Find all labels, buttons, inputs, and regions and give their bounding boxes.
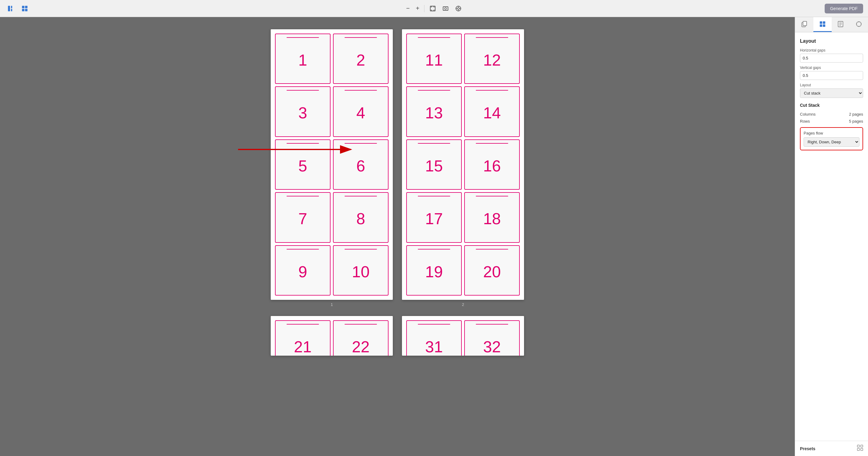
rows-row: Rows 5 pages — [800, 118, 863, 125]
svg-rect-3 — [22, 6, 24, 8]
svg-point-11 — [458, 8, 459, 9]
zoom-in-btn[interactable]: + — [413, 3, 422, 14]
card-18: 18 — [464, 192, 520, 242]
svg-rect-0 — [8, 6, 10, 11]
card-8: 8 — [333, 192, 389, 242]
svg-rect-20 — [823, 21, 825, 24]
card-9: 9 — [275, 245, 331, 296]
columns-row: Columns 2 pages — [800, 111, 863, 118]
toolbar-left — [5, 3, 31, 14]
pages-flow-select[interactable]: Right, Down, Deep Down, Right, Deep Righ… — [804, 137, 860, 147]
svg-point-27 — [857, 22, 861, 27]
right-panel: Layout Horizontal gaps Vertical gaps Lay… — [795, 17, 868, 456]
rows-label: Rows — [800, 119, 810, 124]
presets-grid-icon[interactable] — [857, 445, 863, 452]
card-22: 22 — [333, 320, 389, 356]
svg-rect-33 — [861, 445, 863, 447]
page-wrapper-1: 1 2 3 4 5 6 7 8 9 10 1 — [271, 29, 393, 307]
card-7: 7 — [275, 192, 331, 242]
toolbar: − + Generate PDF — [0, 0, 868, 17]
card-21: 21 — [275, 320, 331, 356]
horizontal-gaps-input[interactable] — [800, 54, 863, 63]
page-wrapper-4: 31 32 — [402, 316, 524, 356]
rows-value: 5 pages — [849, 119, 863, 124]
fit-width-btn[interactable] — [440, 3, 452, 14]
toolbar-divider-1 — [424, 5, 425, 12]
card-4: 4 — [333, 86, 389, 137]
card-11: 11 — [406, 34, 462, 84]
card-5: 5 — [275, 139, 331, 190]
page-4: 31 32 — [402, 316, 524, 356]
page-1-label: 1 — [331, 302, 333, 307]
view-mode-btn-1[interactable] — [5, 3, 17, 14]
svg-rect-4 — [25, 6, 28, 8]
toolbar-right: Generate PDF — [825, 4, 863, 13]
pages-flow-label: Pages flow — [804, 131, 860, 135]
pages-row-2: 21 22 31 32 — [271, 316, 524, 356]
canvas-area[interactable]: 1 2 3 4 5 6 7 8 9 10 1 11 12 13 — [0, 17, 795, 456]
card-6: 6 — [333, 139, 389, 190]
layout-section-title: Layout — [800, 38, 863, 44]
card-19: 19 — [406, 245, 462, 296]
page-2: 11 12 13 14 15 16 17 18 19 20 — [402, 29, 524, 300]
pages-row-1: 1 2 3 4 5 6 7 8 9 10 1 11 12 13 — [271, 29, 524, 307]
svg-rect-34 — [857, 448, 860, 451]
horizontal-gaps-label: Horizontal gaps — [800, 48, 863, 53]
panel-content: Layout Horizontal gaps Vertical gaps Lay… — [795, 32, 868, 441]
page-3: 21 22 — [271, 316, 393, 356]
pages-flow-section: Pages flow Right, Down, Deep Down, Right… — [800, 127, 863, 151]
columns-value: 2 pages — [849, 112, 863, 117]
layout-field-label: Layout — [800, 83, 863, 87]
zoom-out-btn[interactable]: − — [404, 3, 412, 14]
tab-layout[interactable] — [813, 17, 832, 32]
page-2-label: 2 — [462, 302, 464, 307]
card-14: 14 — [464, 86, 520, 137]
fit-all-btn[interactable] — [453, 3, 464, 14]
card-12: 12 — [464, 34, 520, 84]
page-wrapper-3: 21 22 — [271, 316, 393, 356]
card-2: 2 — [333, 34, 389, 84]
svg-rect-8 — [443, 7, 448, 10]
card-17: 17 — [406, 192, 462, 242]
panel-tabs — [795, 17, 868, 32]
vertical-gaps-input[interactable] — [800, 71, 863, 80]
page-1: 1 2 3 4 5 6 7 8 9 10 — [271, 29, 393, 300]
card-20: 20 — [464, 245, 520, 296]
svg-rect-2 — [11, 9, 12, 11]
tab-marks[interactable] — [850, 17, 868, 32]
toolbar-center: − + — [404, 3, 464, 14]
presets-label: Presets — [800, 446, 815, 451]
card-1: 1 — [275, 34, 331, 84]
card-32: 32 — [464, 320, 520, 356]
fit-page-btn[interactable] — [427, 3, 439, 14]
card-3: 3 — [275, 86, 331, 137]
svg-rect-22 — [823, 24, 825, 27]
card-10: 10 — [333, 245, 389, 296]
columns-label: Columns — [800, 112, 815, 117]
presets-section: Presets — [795, 441, 868, 456]
card-15: 15 — [406, 139, 462, 190]
card-16: 16 — [464, 139, 520, 190]
svg-rect-19 — [820, 21, 822, 24]
view-mode-btn-2[interactable] — [19, 3, 31, 14]
page-wrapper-2: 11 12 13 14 15 16 17 18 19 20 2 — [402, 29, 524, 307]
vertical-gaps-label: Vertical gaps — [800, 66, 863, 70]
cut-stack-section-title: Cut Stack — [800, 103, 863, 108]
svg-rect-1 — [11, 6, 12, 8]
svg-rect-35 — [861, 448, 863, 451]
svg-rect-6 — [25, 9, 28, 11]
card-13: 13 — [406, 86, 462, 137]
generate-pdf-btn[interactable]: Generate PDF — [825, 4, 863, 13]
tab-page[interactable] — [832, 17, 850, 32]
svg-rect-21 — [820, 24, 822, 27]
main-area: 1 2 3 4 5 6 7 8 9 10 1 11 12 13 — [0, 17, 868, 456]
svg-point-9 — [445, 8, 446, 9]
svg-rect-5 — [22, 9, 24, 11]
svg-rect-17 — [803, 21, 807, 26]
tab-copy[interactable] — [795, 17, 813, 32]
layout-select[interactable]: Cut stack Grid Booklet Saddle stitch — [800, 89, 863, 98]
svg-rect-32 — [857, 445, 860, 447]
card-31: 31 — [406, 320, 462, 356]
